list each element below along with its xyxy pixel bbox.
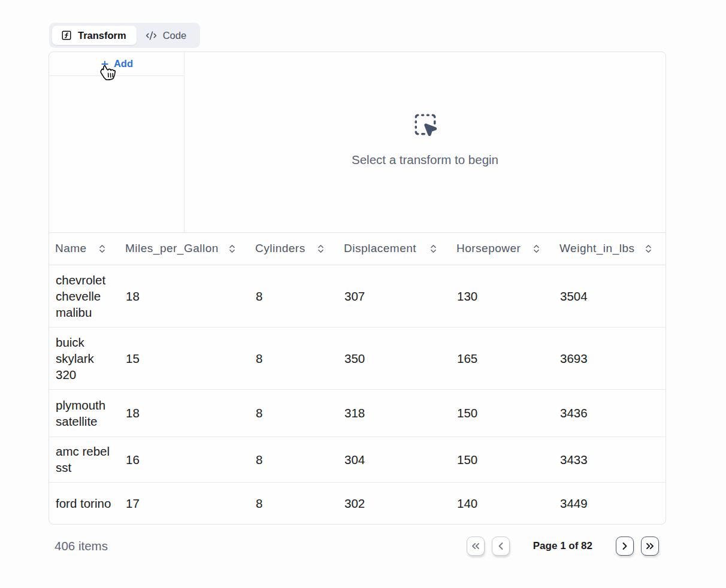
cell-name: chevrolet chevelle malibu	[49, 265, 119, 327]
last-page-button[interactable]	[641, 537, 659, 556]
cell-displacement: 350	[338, 327, 450, 389]
chevrons-left-icon	[470, 540, 482, 552]
column-label: Displacement	[344, 242, 416, 255]
cell-horsepower: 165	[450, 327, 553, 389]
cell-miles-per-gallon: 16	[119, 437, 249, 482]
column-header-horsepower[interactable]: Horsepower	[450, 233, 553, 265]
cell-miles-per-gallon: 15	[119, 327, 249, 389]
tab-transform-label: Transform	[78, 30, 126, 41]
cell-miles-per-gallon: 18	[119, 265, 249, 327]
pagination: Page 1 of 82	[467, 537, 659, 556]
column-label: Name	[55, 242, 87, 255]
table-row[interactable]: ford torino 17 8 302 140 3449	[49, 482, 666, 524]
code-icon	[146, 30, 157, 41]
sort-icon[interactable]	[316, 244, 326, 254]
add-transform-row: Add	[49, 52, 184, 76]
cell-cylinders: 8	[249, 437, 338, 482]
cell-cylinders: 8	[249, 482, 338, 524]
cell-name: ford torino	[49, 482, 119, 524]
cell-weight-in-lbs: 3504	[553, 265, 666, 327]
cell-miles-per-gallon: 18	[119, 389, 249, 437]
table-row[interactable]: plymouth satellite 18 8 318 150 3436	[49, 389, 666, 437]
table-wrap: Name Miles_per_Gallon Cylinders Displace…	[49, 233, 666, 524]
transforms-list-empty	[49, 76, 184, 232]
column-header-cylinders[interactable]: Cylinders	[249, 233, 338, 265]
previous-page-button[interactable]	[492, 537, 510, 556]
next-page-button[interactable]	[616, 537, 634, 556]
sort-icon[interactable]	[227, 244, 237, 254]
cell-miles-per-gallon: 17	[119, 482, 249, 524]
cell-horsepower: 150	[450, 389, 553, 437]
chevron-right-icon	[619, 540, 631, 552]
table-row[interactable]: amc rebel sst 16 8 304 150 3433	[49, 437, 666, 482]
tab-transform[interactable]: Transform	[52, 26, 137, 45]
transforms-sidebar: Add	[49, 52, 184, 232]
plus-icon	[100, 59, 110, 69]
cell-weight-in-lbs: 3436	[553, 389, 666, 437]
cell-displacement: 304	[338, 437, 450, 482]
sort-icon[interactable]	[97, 244, 107, 254]
cell-horsepower: 150	[450, 437, 553, 482]
cell-cylinders: 8	[249, 327, 338, 389]
column-label: Miles_per_Gallon	[125, 242, 219, 255]
chevron-left-icon	[495, 540, 507, 552]
sort-icon[interactable]	[428, 244, 438, 254]
tab-code[interactable]: Code	[137, 26, 197, 45]
first-page-button[interactable]	[467, 537, 485, 556]
column-label: Horsepower	[456, 242, 521, 255]
column-header-miles-per-gallon[interactable]: Miles_per_Gallon	[119, 233, 249, 265]
cell-displacement: 302	[338, 482, 450, 524]
square-dashed-mouse-pointer-icon	[413, 112, 438, 137]
empty-state-content: Select a transform to begin	[352, 112, 498, 167]
column-label: Weight_in_lbs	[559, 242, 635, 255]
tab-code-label: Code	[163, 30, 186, 41]
sort-icon[interactable]	[531, 244, 542, 254]
column-header-name[interactable]: Name	[49, 233, 119, 265]
chevrons-right-icon	[644, 540, 656, 552]
table-row[interactable]: buick skylark 320 15 8 350 165 3693	[49, 327, 666, 389]
cell-name: amc rebel sst	[49, 437, 119, 482]
column-header-displacement[interactable]: Displacement	[338, 233, 450, 265]
cell-weight-in-lbs: 3433	[553, 437, 666, 482]
column-header-weight-in-lbs[interactable]: Weight_in_lbs	[553, 233, 666, 265]
page-indicator: Page 1 of 82	[533, 540, 592, 552]
view-mode-tabs: Transform Code	[49, 23, 200, 48]
data-table: Name Miles_per_Gallon Cylinders Displace…	[49, 233, 666, 524]
cell-cylinders: 8	[249, 389, 338, 437]
column-label: Cylinders	[255, 242, 305, 255]
sort-icon[interactable]	[643, 244, 654, 254]
cell-horsepower: 130	[450, 265, 553, 327]
empty-state-message: Select a transform to begin	[352, 153, 498, 167]
items-count: 406 items	[55, 539, 108, 553]
function-square-icon	[61, 30, 72, 41]
add-transform-button[interactable]: Add	[100, 58, 133, 69]
add-transform-label: Add	[114, 58, 133, 69]
cell-horsepower: 140	[450, 482, 553, 524]
cell-weight-in-lbs: 3449	[553, 482, 666, 524]
cell-displacement: 318	[338, 389, 450, 437]
cell-name: buick skylark 320	[49, 327, 119, 389]
table-row[interactable]: chevrolet chevelle malibu 18 8 307 130 3…	[49, 265, 666, 327]
transform-panel: Add	[49, 51, 666, 525]
cell-displacement: 307	[338, 265, 450, 327]
cell-weight-in-lbs: 3693	[553, 327, 666, 389]
cell-cylinders: 8	[249, 265, 338, 327]
table-header-row: Name Miles_per_Gallon Cylinders Displace…	[49, 233, 666, 265]
table-footer: 406 items Page 1 of 82	[49, 533, 666, 559]
transform-empty-state: Select a transform to begin	[184, 52, 666, 232]
cell-name: plymouth satellite	[49, 389, 119, 437]
transform-section: Add	[49, 52, 666, 233]
